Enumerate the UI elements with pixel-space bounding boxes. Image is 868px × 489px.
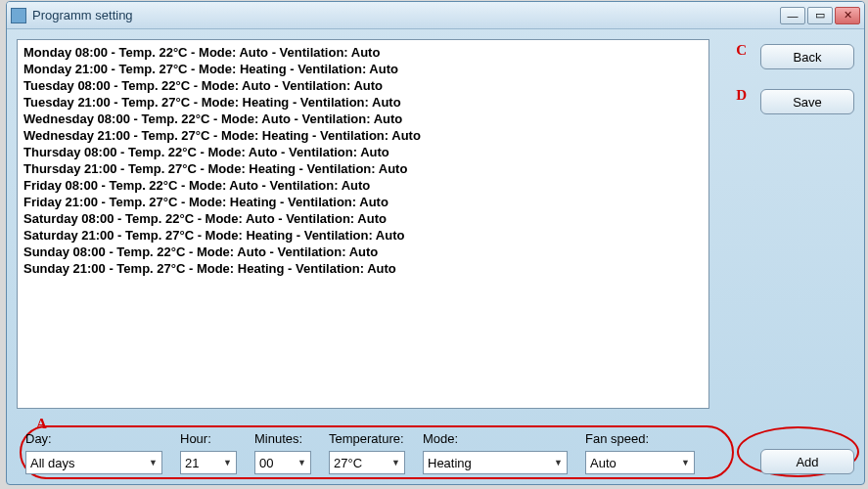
mode-field: Mode: Heating ▼ bbox=[423, 431, 568, 474]
temperature-label: Temperature: bbox=[329, 431, 405, 446]
schedule-line[interactable]: Thursday 21:00 - Temp. 27°C - Mode: Heat… bbox=[23, 160, 703, 177]
schedule-line[interactable]: Wednesday 21:00 - Temp. 27°C - Mode: Hea… bbox=[23, 127, 703, 144]
day-label: Day: bbox=[25, 431, 162, 446]
minimize-button[interactable]: — bbox=[780, 7, 805, 24]
minutes-label: Minutes: bbox=[254, 431, 311, 446]
schedule-line[interactable]: Tuesday 21:00 - Temp. 27°C - Mode: Heati… bbox=[23, 94, 703, 111]
schedule-line[interactable]: Sunday 21:00 - Temp. 27°C - Mode: Heatin… bbox=[23, 260, 703, 277]
marker-d: D bbox=[736, 87, 747, 104]
chevron-down-icon: ▼ bbox=[223, 458, 232, 467]
app-window: Programm setting — ▭ ✕ Monday 08:00 - Te… bbox=[6, 1, 865, 485]
fan-select[interactable]: Auto ▼ bbox=[585, 451, 695, 474]
schedule-line[interactable]: Wednesday 08:00 - Temp. 22°C - Mode: Aut… bbox=[23, 111, 703, 127]
schedule-line[interactable]: Saturday 21:00 - Temp. 27°C - Mode: Heat… bbox=[23, 227, 703, 244]
schedule-line[interactable]: Thursday 08:00 - Temp. 22°C - Mode: Auto… bbox=[23, 144, 703, 160]
schedule-line[interactable]: Tuesday 08:00 - Temp. 22°C - Mode: Auto … bbox=[23, 77, 703, 94]
minutes-select[interactable]: 00 ▼ bbox=[254, 451, 311, 474]
marker-c: C bbox=[736, 42, 747, 59]
temperature-select[interactable]: 27°C ▼ bbox=[329, 451, 405, 474]
schedule-line[interactable]: Monday 21:00 - Temp. 27°C - Mode: Heatin… bbox=[23, 61, 703, 77]
content-area: Monday 08:00 - Temp. 22°C - Mode: Auto -… bbox=[7, 29, 864, 484]
chevron-down-icon: ▼ bbox=[149, 458, 158, 467]
schedule-line[interactable]: Friday 21:00 - Temp. 27°C - Mode: Heatin… bbox=[23, 194, 703, 210]
day-field: Day: All days ▼ bbox=[25, 431, 162, 474]
fan-value: Auto bbox=[590, 456, 617, 470]
schedule-line[interactable]: Friday 08:00 - Temp. 22°C - Mode: Auto -… bbox=[23, 177, 703, 194]
maximize-button[interactable]: ▭ bbox=[807, 7, 833, 24]
titlebar: Programm setting — ▭ ✕ bbox=[7, 2, 864, 29]
save-button[interactable]: Save bbox=[760, 89, 854, 114]
hour-value: 21 bbox=[185, 456, 199, 470]
fan-label: Fan speed: bbox=[585, 431, 695, 446]
app-icon bbox=[11, 8, 26, 23]
schedule-list[interactable]: Monday 08:00 - Temp. 22°C - Mode: Auto -… bbox=[17, 39, 709, 409]
hour-label: Hour: bbox=[180, 431, 237, 446]
minutes-field: Minutes: 00 ▼ bbox=[254, 431, 311, 474]
day-value: All days bbox=[30, 456, 75, 470]
back-button[interactable]: Back bbox=[760, 44, 854, 69]
chevron-down-icon: ▼ bbox=[554, 458, 563, 467]
mode-label: Mode: bbox=[423, 431, 568, 446]
mode-value: Heating bbox=[428, 456, 472, 470]
mode-select[interactable]: Heating ▼ bbox=[423, 451, 568, 474]
schedule-line[interactable]: Sunday 08:00 - Temp. 22°C - Mode: Auto -… bbox=[23, 244, 703, 260]
day-select[interactable]: All days ▼ bbox=[25, 451, 162, 474]
window-controls: — ▭ ✕ bbox=[780, 7, 860, 24]
window-title: Programm setting bbox=[32, 8, 780, 22]
hour-select[interactable]: 21 ▼ bbox=[180, 451, 237, 474]
temperature-field: Temperature: 27°C ▼ bbox=[329, 431, 405, 474]
hour-field: Hour: 21 ▼ bbox=[180, 431, 237, 474]
schedule-line[interactable]: Saturday 08:00 - Temp. 22°C - Mode: Auto… bbox=[23, 210, 703, 227]
close-button[interactable]: ✕ bbox=[835, 7, 860, 24]
fan-field: Fan speed: Auto ▼ bbox=[585, 431, 695, 474]
chevron-down-icon: ▼ bbox=[681, 458, 690, 467]
temperature-value: 27°C bbox=[334, 456, 362, 470]
right-button-panel: Back Save bbox=[760, 44, 854, 114]
minutes-value: 00 bbox=[259, 456, 273, 470]
chevron-down-icon: ▼ bbox=[391, 458, 400, 467]
controls-row: Day: All days ▼ Hour: 21 ▼ Minutes: 00 ▼ bbox=[25, 431, 854, 474]
marker-a: A bbox=[36, 416, 47, 432]
chevron-down-icon: ▼ bbox=[297, 458, 306, 467]
schedule-line[interactable]: Monday 08:00 - Temp. 22°C - Mode: Auto -… bbox=[23, 44, 703, 61]
add-button[interactable]: Add bbox=[760, 449, 854, 474]
add-button-wrap: Add bbox=[760, 449, 854, 474]
